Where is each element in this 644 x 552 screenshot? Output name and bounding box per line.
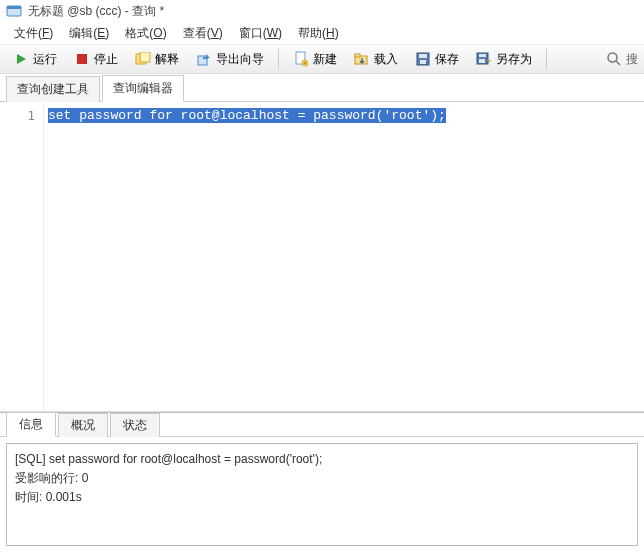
explain-icon xyxy=(135,51,151,67)
editor-gutter: 1 xyxy=(0,102,44,411)
load-label: 载入 xyxy=(374,51,398,68)
floppy-as-icon xyxy=(476,51,492,67)
svg-rect-15 xyxy=(419,54,427,58)
menu-file[interactable]: 文件(F) xyxy=(8,23,59,44)
menu-window-label: 窗口(W) xyxy=(239,26,282,40)
stop-button[interactable]: 停止 xyxy=(67,47,125,72)
tab-query-builder-label: 查询创建工具 xyxy=(17,82,89,96)
tab-status[interactable]: 状态 xyxy=(110,413,160,437)
floppy-icon xyxy=(415,51,431,67)
title-bar: 无标题 @sb (ccc) - 查询 * xyxy=(0,0,644,22)
svg-rect-16 xyxy=(420,60,426,64)
lower-tabstrip: 信息 概况 状态 xyxy=(0,413,644,437)
new-button[interactable]: 新建 xyxy=(286,47,344,72)
save-as-label: 另存为 xyxy=(496,51,532,68)
editor-code-area[interactable]: set password for root@localhost = passwo… xyxy=(44,102,644,411)
toolbar-separator xyxy=(278,49,279,69)
load-button[interactable]: 载入 xyxy=(347,47,405,72)
search-icon[interactable] xyxy=(606,51,622,67)
code-line-1: set password for root@localhost = passwo… xyxy=(48,108,446,123)
tab-query-builder[interactable]: 查询创建工具 xyxy=(6,76,100,102)
run-label: 运行 xyxy=(33,51,57,68)
menu-help-label: 帮助(H) xyxy=(298,26,339,40)
output-line-2: 受影响的行: 0 xyxy=(15,469,629,488)
output-panel: 信息 概况 状态 [SQL] set password for root@loc… xyxy=(0,412,644,552)
stop-icon xyxy=(74,51,90,67)
menu-edit-label: 编辑(E) xyxy=(69,26,109,40)
menu-edit[interactable]: 编辑(E) xyxy=(63,23,115,44)
output-messages[interactable]: [SQL] set password for root@localhost = … xyxy=(6,443,638,546)
output-line-3: 时间: 0.001s xyxy=(15,488,629,507)
menu-view-label: 查看(V) xyxy=(183,26,223,40)
save-label: 保存 xyxy=(435,51,459,68)
svg-line-21 xyxy=(616,61,620,65)
menu-bar: 文件(F) 编辑(E) 格式(O) 查看(V) 窗口(W) 帮助(H) xyxy=(0,22,644,44)
svg-point-20 xyxy=(608,53,617,62)
save-button[interactable]: 保存 xyxy=(408,47,466,72)
export-wizard-button[interactable]: 导出向导 xyxy=(189,47,271,72)
svg-rect-19 xyxy=(479,59,485,63)
app-icon xyxy=(6,3,22,19)
toolbar-right-group: 搜 xyxy=(606,51,638,68)
svg-rect-18 xyxy=(479,54,486,57)
svg-marker-2 xyxy=(17,54,26,64)
tab-profile-label: 概况 xyxy=(71,418,95,432)
svg-rect-3 xyxy=(77,54,87,64)
load-icon xyxy=(354,51,370,67)
stop-label: 停止 xyxy=(94,51,118,68)
tab-query-editor-label: 查询编辑器 xyxy=(113,81,173,95)
menu-window[interactable]: 窗口(W) xyxy=(233,23,288,44)
menu-help[interactable]: 帮助(H) xyxy=(292,23,345,44)
toolbar-separator-2 xyxy=(546,49,547,69)
sql-editor: 1 set password for root@localhost = pass… xyxy=(0,102,644,412)
upper-tabstrip: 查询创建工具 查询编辑器 xyxy=(0,76,644,102)
run-button[interactable]: 运行 xyxy=(6,47,64,72)
tab-profile[interactable]: 概况 xyxy=(58,413,108,437)
menu-view[interactable]: 查看(V) xyxy=(177,23,229,44)
tab-info[interactable]: 信息 xyxy=(6,412,56,437)
play-icon xyxy=(13,51,29,67)
menu-format[interactable]: 格式(O) xyxy=(119,23,172,44)
tab-status-label: 状态 xyxy=(123,418,147,432)
explain-button[interactable]: 解释 xyxy=(128,47,186,72)
app-window: 无标题 @sb (ccc) - 查询 * 文件(F) 编辑(E) 格式(O) 查… xyxy=(0,0,644,552)
output-line-1: [SQL] set password for root@localhost = … xyxy=(15,450,629,469)
explain-label: 解释 xyxy=(155,51,179,68)
save-as-button[interactable]: 另存为 xyxy=(469,47,539,72)
export-icon xyxy=(196,51,212,67)
new-label: 新建 xyxy=(313,51,337,68)
svg-rect-5 xyxy=(140,52,150,62)
toolbar: 运行 停止 解释 导出向导 新建 xyxy=(0,44,644,74)
menu-file-label: 文件(F) xyxy=(14,26,53,40)
new-file-icon xyxy=(293,51,309,67)
export-label: 导出向导 xyxy=(216,51,264,68)
svg-rect-13 xyxy=(355,54,360,57)
tab-info-label: 信息 xyxy=(19,417,43,431)
search-hint[interactable]: 搜 xyxy=(626,51,638,68)
line-number: 1 xyxy=(0,108,35,123)
tab-query-editor[interactable]: 查询编辑器 xyxy=(102,75,184,102)
svg-rect-1 xyxy=(7,6,21,9)
window-title: 无标题 @sb (ccc) - 查询 * xyxy=(28,3,164,20)
menu-format-label: 格式(O) xyxy=(125,26,166,40)
